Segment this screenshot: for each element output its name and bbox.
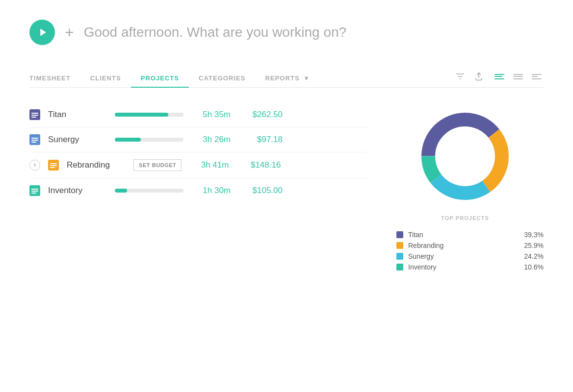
project-time-titan: 5h 35m (191, 110, 231, 120)
project-time-inventory: 1h 30m (191, 186, 231, 196)
legend-pct-rebranding: 25.9% (521, 242, 544, 249)
legend-name-sunergy: Sunergy (408, 252, 517, 260)
add-button[interactable]: + (65, 24, 74, 40)
project-row-rebranding: Rebranding SET BUDGET 3h 41m $148.16 (29, 152, 367, 178)
legend-color-sunergy (396, 253, 403, 260)
svg-rect-6 (31, 138, 38, 139)
project-name-inventory: Inventory (48, 186, 107, 196)
chart-title: TOP PROJECTS (387, 215, 544, 221)
chart-legend: Titan 39.3% Rebranding 25.9% Sunergy 24.… (387, 231, 544, 271)
chart-section: TOP PROJECTS Titan 39.3% Rebranding 25.9… (387, 102, 544, 271)
legend-item-rebranding: Rebranding 25.9% (396, 242, 544, 249)
greeting-text: Good afternoon. What are you working on? (84, 24, 346, 40)
dropdown-arrow-icon: ▾ (305, 74, 309, 82)
budget-bar-titan (115, 113, 183, 117)
svg-rect-3 (31, 115, 38, 116)
project-row-titan: Titan 5h 35m $262.50 (29, 102, 367, 127)
project-play-rebranding[interactable] (29, 160, 40, 171)
main-content: Titan 5h 35m $262.50 Sunergy (29, 102, 544, 271)
project-cost-titan: $262.50 (238, 110, 283, 120)
legend-pct-inventory: 10.6% (521, 263, 544, 271)
projects-list: Titan 5h 35m $262.50 Sunergy (29, 102, 367, 271)
view-compact[interactable] (493, 72, 506, 81)
svg-rect-11 (50, 163, 57, 164)
project-icon-sunergy (29, 134, 40, 145)
project-time-sunergy: 3h 26m (191, 135, 231, 145)
budget-bar-sunergy (115, 138, 183, 142)
svg-rect-16 (31, 191, 38, 192)
nav-reports[interactable]: REPORTS ▾ (255, 70, 318, 88)
nav-projects[interactable]: PROJECTS (131, 70, 189, 88)
project-icon-inventory (29, 185, 40, 196)
project-cost-inventory: $105.00 (238, 186, 283, 196)
project-icon-titan (29, 109, 40, 120)
svg-rect-12 (50, 165, 57, 166)
legend-name-inventory: Inventory (408, 263, 517, 271)
nav-clients[interactable]: CLIENTS (80, 70, 131, 88)
svg-rect-4 (31, 117, 36, 118)
project-row-sunergy: Sunergy 3h 26m $97.18 (29, 127, 367, 152)
set-budget-button[interactable]: SET BUDGET (133, 159, 182, 171)
legend-color-rebranding (396, 242, 403, 249)
view-detail[interactable] (530, 72, 544, 81)
svg-rect-15 (31, 189, 38, 190)
legend-pct-sunergy: 24.2% (521, 252, 544, 260)
svg-rect-7 (31, 140, 38, 141)
filter-icon[interactable] (455, 72, 465, 81)
svg-marker-0 (40, 29, 46, 36)
legend-item-sunergy: Sunergy 24.2% (396, 252, 544, 260)
project-cost-sunergy: $97.18 (238, 135, 283, 145)
project-icon-rebranding (48, 160, 59, 171)
legend-pct-titan: 39.3% (521, 231, 544, 239)
view-options (493, 72, 544, 81)
nav-categories[interactable]: CATEGORIES (189, 70, 255, 88)
nav-timesheet[interactable]: TIMESHEET (29, 70, 80, 88)
svg-rect-2 (31, 113, 38, 114)
nav-action-icons (455, 72, 544, 85)
budget-bar-inventory (115, 189, 183, 193)
project-time-rebranding: 3h 41m (189, 160, 229, 170)
project-row-inventory: Inventory 1h 30m $105.00 (29, 178, 367, 203)
legend-color-inventory (396, 264, 403, 270)
header: + Good afternoon. What are you working o… (29, 20, 544, 45)
legend-name-titan: Titan (408, 231, 517, 239)
legend-name-rebranding: Rebranding (408, 242, 517, 249)
project-name-sunergy: Sunergy (48, 135, 107, 145)
project-cost-rebranding: $148.16 (236, 160, 281, 170)
legend-item-titan: Titan 39.3% (396, 231, 544, 239)
legend-item-inventory: Inventory 10.6% (396, 263, 544, 271)
svg-rect-17 (31, 193, 36, 194)
navigation: TIMESHEET CLIENTS PROJECTS CATEGORIES RE… (29, 70, 544, 88)
svg-marker-9 (34, 164, 36, 167)
play-button[interactable] (29, 20, 55, 45)
project-name-rebranding: Rebranding (67, 160, 126, 170)
svg-rect-8 (31, 142, 36, 143)
view-list[interactable] (511, 72, 525, 81)
svg-rect-13 (50, 167, 55, 168)
donut-chart (387, 102, 544, 210)
legend-color-titan (396, 231, 403, 238)
project-name-titan: Titan (48, 110, 107, 120)
export-icon[interactable] (474, 72, 484, 81)
